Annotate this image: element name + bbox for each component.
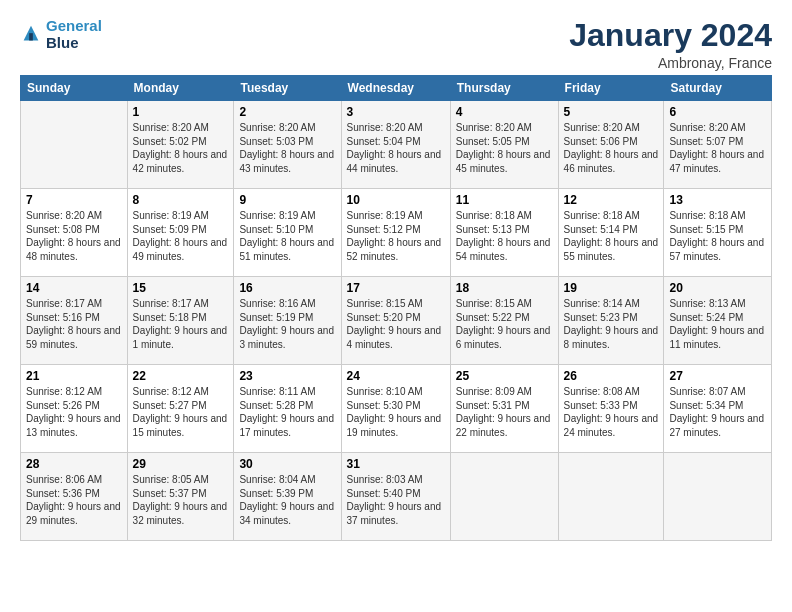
weekday-header-row: SundayMondayTuesdayWednesdayThursdayFrid… [21, 76, 772, 101]
day-number: 9 [239, 193, 335, 207]
day-number: 5 [564, 105, 659, 119]
day-info: Sunrise: 8:20 AM Sunset: 5:04 PM Dayligh… [347, 121, 445, 175]
calendar-week-row: 1 Sunrise: 8:20 AM Sunset: 5:02 PM Dayli… [21, 101, 772, 189]
calendar-cell: 30 Sunrise: 8:04 AM Sunset: 5:39 PM Dayl… [234, 453, 341, 541]
day-info: Sunrise: 8:18 AM Sunset: 5:13 PM Dayligh… [456, 209, 553, 263]
calendar-table: SundayMondayTuesdayWednesdayThursdayFrid… [20, 75, 772, 541]
weekday-header-friday: Friday [558, 76, 664, 101]
day-info: Sunrise: 8:12 AM Sunset: 5:26 PM Dayligh… [26, 385, 122, 439]
day-number: 18 [456, 281, 553, 295]
day-number: 7 [26, 193, 122, 207]
day-info: Sunrise: 8:18 AM Sunset: 5:14 PM Dayligh… [564, 209, 659, 263]
day-number: 2 [239, 105, 335, 119]
calendar-cell: 13 Sunrise: 8:18 AM Sunset: 5:15 PM Dayl… [664, 189, 772, 277]
day-info: Sunrise: 8:15 AM Sunset: 5:22 PM Dayligh… [456, 297, 553, 351]
calendar-cell: 4 Sunrise: 8:20 AM Sunset: 5:05 PM Dayli… [450, 101, 558, 189]
weekday-header-saturday: Saturday [664, 76, 772, 101]
calendar-cell: 28 Sunrise: 8:06 AM Sunset: 5:36 PM Dayl… [21, 453, 128, 541]
calendar-cell: 9 Sunrise: 8:19 AM Sunset: 5:10 PM Dayli… [234, 189, 341, 277]
day-number: 3 [347, 105, 445, 119]
calendar-cell: 6 Sunrise: 8:20 AM Sunset: 5:07 PM Dayli… [664, 101, 772, 189]
weekday-header-wednesday: Wednesday [341, 76, 450, 101]
day-info: Sunrise: 8:20 AM Sunset: 5:02 PM Dayligh… [133, 121, 229, 175]
day-number: 24 [347, 369, 445, 383]
day-number: 20 [669, 281, 766, 295]
calendar-cell [450, 453, 558, 541]
calendar-cell: 19 Sunrise: 8:14 AM Sunset: 5:23 PM Dayl… [558, 277, 664, 365]
calendar-cell: 15 Sunrise: 8:17 AM Sunset: 5:18 PM Dayl… [127, 277, 234, 365]
calendar-cell: 17 Sunrise: 8:15 AM Sunset: 5:20 PM Dayl… [341, 277, 450, 365]
day-info: Sunrise: 8:15 AM Sunset: 5:20 PM Dayligh… [347, 297, 445, 351]
day-number: 10 [347, 193, 445, 207]
day-info: Sunrise: 8:10 AM Sunset: 5:30 PM Dayligh… [347, 385, 445, 439]
day-info: Sunrise: 8:18 AM Sunset: 5:15 PM Dayligh… [669, 209, 766, 263]
day-number: 14 [26, 281, 122, 295]
logo-line2: Blue [46, 35, 102, 52]
day-info: Sunrise: 8:09 AM Sunset: 5:31 PM Dayligh… [456, 385, 553, 439]
day-info: Sunrise: 8:19 AM Sunset: 5:10 PM Dayligh… [239, 209, 335, 263]
day-info: Sunrise: 8:12 AM Sunset: 5:27 PM Dayligh… [133, 385, 229, 439]
weekday-header-thursday: Thursday [450, 76, 558, 101]
day-info: Sunrise: 8:17 AM Sunset: 5:16 PM Dayligh… [26, 297, 122, 351]
calendar-cell: 12 Sunrise: 8:18 AM Sunset: 5:14 PM Dayl… [558, 189, 664, 277]
day-number: 12 [564, 193, 659, 207]
calendar-week-row: 28 Sunrise: 8:06 AM Sunset: 5:36 PM Dayl… [21, 453, 772, 541]
calendar-cell: 8 Sunrise: 8:19 AM Sunset: 5:09 PM Dayli… [127, 189, 234, 277]
day-info: Sunrise: 8:19 AM Sunset: 5:09 PM Dayligh… [133, 209, 229, 263]
day-number: 15 [133, 281, 229, 295]
calendar-cell: 29 Sunrise: 8:05 AM Sunset: 5:37 PM Dayl… [127, 453, 234, 541]
calendar-cell: 3 Sunrise: 8:20 AM Sunset: 5:04 PM Dayli… [341, 101, 450, 189]
calendar-container: General Blue January 2024 Ambronay, Fran… [0, 0, 792, 551]
logo-icon [20, 24, 42, 46]
header-row: General Blue January 2024 Ambronay, Fran… [20, 18, 772, 71]
day-number: 6 [669, 105, 766, 119]
day-info: Sunrise: 8:20 AM Sunset: 5:06 PM Dayligh… [564, 121, 659, 175]
day-number: 28 [26, 457, 122, 471]
day-number: 11 [456, 193, 553, 207]
day-info: Sunrise: 8:07 AM Sunset: 5:34 PM Dayligh… [669, 385, 766, 439]
day-info: Sunrise: 8:13 AM Sunset: 5:24 PM Dayligh… [669, 297, 766, 351]
calendar-week-row: 21 Sunrise: 8:12 AM Sunset: 5:26 PM Dayl… [21, 365, 772, 453]
day-number: 13 [669, 193, 766, 207]
calendar-cell: 14 Sunrise: 8:17 AM Sunset: 5:16 PM Dayl… [21, 277, 128, 365]
calendar-cell: 20 Sunrise: 8:13 AM Sunset: 5:24 PM Dayl… [664, 277, 772, 365]
day-number: 4 [456, 105, 553, 119]
calendar-cell: 24 Sunrise: 8:10 AM Sunset: 5:30 PM Dayl… [341, 365, 450, 453]
title-block: January 2024 Ambronay, France [569, 18, 772, 71]
day-info: Sunrise: 8:19 AM Sunset: 5:12 PM Dayligh… [347, 209, 445, 263]
calendar-cell [664, 453, 772, 541]
calendar-cell: 22 Sunrise: 8:12 AM Sunset: 5:27 PM Dayl… [127, 365, 234, 453]
calendar-cell [21, 101, 128, 189]
calendar-cell: 10 Sunrise: 8:19 AM Sunset: 5:12 PM Dayl… [341, 189, 450, 277]
day-number: 8 [133, 193, 229, 207]
calendar-cell: 26 Sunrise: 8:08 AM Sunset: 5:33 PM Dayl… [558, 365, 664, 453]
calendar-week-row: 7 Sunrise: 8:20 AM Sunset: 5:08 PM Dayli… [21, 189, 772, 277]
day-number: 31 [347, 457, 445, 471]
calendar-cell [558, 453, 664, 541]
calendar-cell: 18 Sunrise: 8:15 AM Sunset: 5:22 PM Dayl… [450, 277, 558, 365]
day-number: 16 [239, 281, 335, 295]
day-info: Sunrise: 8:03 AM Sunset: 5:40 PM Dayligh… [347, 473, 445, 527]
day-number: 27 [669, 369, 766, 383]
calendar-cell: 21 Sunrise: 8:12 AM Sunset: 5:26 PM Dayl… [21, 365, 128, 453]
day-info: Sunrise: 8:06 AM Sunset: 5:36 PM Dayligh… [26, 473, 122, 527]
day-info: Sunrise: 8:20 AM Sunset: 5:03 PM Dayligh… [239, 121, 335, 175]
calendar-cell: 2 Sunrise: 8:20 AM Sunset: 5:03 PM Dayli… [234, 101, 341, 189]
logo: General Blue [20, 18, 102, 51]
location: Ambronay, France [569, 55, 772, 71]
calendar-cell: 31 Sunrise: 8:03 AM Sunset: 5:40 PM Dayl… [341, 453, 450, 541]
day-info: Sunrise: 8:20 AM Sunset: 5:08 PM Dayligh… [26, 209, 122, 263]
day-info: Sunrise: 8:16 AM Sunset: 5:19 PM Dayligh… [239, 297, 335, 351]
day-info: Sunrise: 8:08 AM Sunset: 5:33 PM Dayligh… [564, 385, 659, 439]
day-info: Sunrise: 8:20 AM Sunset: 5:05 PM Dayligh… [456, 121, 553, 175]
day-number: 1 [133, 105, 229, 119]
calendar-cell: 7 Sunrise: 8:20 AM Sunset: 5:08 PM Dayli… [21, 189, 128, 277]
svg-rect-1 [29, 33, 33, 40]
month-title: January 2024 [569, 18, 772, 53]
calendar-cell: 23 Sunrise: 8:11 AM Sunset: 5:28 PM Dayl… [234, 365, 341, 453]
day-info: Sunrise: 8:11 AM Sunset: 5:28 PM Dayligh… [239, 385, 335, 439]
calendar-cell: 25 Sunrise: 8:09 AM Sunset: 5:31 PM Dayl… [450, 365, 558, 453]
day-number: 17 [347, 281, 445, 295]
calendar-cell: 16 Sunrise: 8:16 AM Sunset: 5:19 PM Dayl… [234, 277, 341, 365]
day-number: 26 [564, 369, 659, 383]
